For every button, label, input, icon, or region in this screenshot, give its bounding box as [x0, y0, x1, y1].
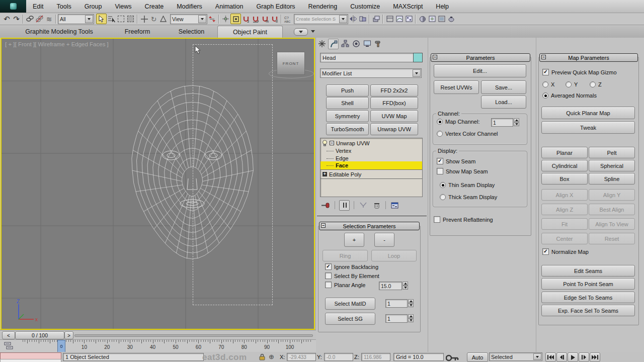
exp-face-sel-to-seams-button[interactable]: Exp. Face Sel To Seams — [541, 305, 635, 316]
select-and-scale-icon[interactable] — [158, 14, 168, 24]
dropdown-arrow-icon[interactable] — [198, 15, 206, 23]
map-parameters-header[interactable]: Map Parameters — [539, 53, 638, 62]
mirror-icon[interactable] — [348, 14, 358, 24]
tab-display-icon[interactable] — [362, 39, 372, 48]
spinner-down-icon[interactable] — [408, 303, 414, 307]
sg-spinner[interactable]: 1 — [385, 314, 414, 323]
select-and-link-icon[interactable] — [25, 14, 35, 24]
tab-freeform[interactable]: Freeform — [115, 26, 160, 38]
menu-rendering[interactable]: Rendering — [302, 0, 344, 13]
menu-modifiers[interactable]: Modifiers — [170, 0, 209, 13]
select-and-rotate-icon[interactable]: ↻ — [149, 14, 158, 24]
track-bar[interactable]: 0102030405060708090100 0 — [0, 339, 316, 353]
menu-edit[interactable]: Edit — [26, 0, 50, 13]
map-channel-spinner[interactable]: 1 — [491, 118, 519, 127]
go-to-start-button[interactable] — [545, 352, 556, 362]
application-button[interactable] — [0, 0, 26, 13]
spinner-up-icon[interactable] — [514, 118, 519, 122]
key-filter-dropdown[interactable]: Selected — [489, 352, 542, 361]
dropdown-arrow-icon[interactable] — [85, 15, 93, 23]
select-by-name-icon[interactable] — [107, 14, 116, 24]
planar-button[interactable]: Planar — [541, 147, 588, 158]
redo-icon[interactable]: ↷ — [12, 14, 21, 24]
schematic-view-icon[interactable] — [404, 14, 414, 24]
select-matid-button[interactable]: Select MatID — [325, 298, 375, 310]
menu-customize[interactable]: Customize — [344, 0, 386, 13]
save-uvws-button[interactable]: Save... — [481, 80, 526, 94]
absolute-offset-toggle-icon[interactable]: ⊕ — [269, 353, 274, 360]
cylindrical-button[interactable]: Cylindrical — [541, 160, 588, 171]
align-z-button[interactable]: Align Z — [541, 204, 588, 215]
show-map-seam-checkbox[interactable]: Show Map Seam — [437, 168, 488, 174]
next-frame-button[interactable]: > — [64, 331, 73, 339]
planar-angle-spinner[interactable]: 15.0 — [379, 282, 408, 290]
collapse-box-icon[interactable]: – — [330, 141, 334, 145]
planar-angle-checkbox[interactable]: Planar Angle — [325, 282, 365, 288]
modifier-button-push[interactable]: Push — [326, 84, 369, 97]
reset-button[interactable]: Reset — [589, 233, 635, 244]
tweak-button[interactable]: Tweak — [541, 121, 635, 134]
ring-button[interactable]: Ring — [323, 250, 368, 261]
bind-to-spacewarp-icon[interactable]: ≋ — [44, 14, 54, 24]
ignore-backfacing-checkbox[interactable]: Ignore Backfacing — [325, 263, 378, 270]
modifier-button-ffd2x2x2[interactable]: FFD 2x2x2 — [370, 84, 418, 97]
stack-item-face-selected[interactable]: Face — [320, 161, 422, 169]
maxscript-listener-white[interactable] — [0, 359, 61, 362]
maxscript-mini-listener[interactable] — [0, 352, 61, 359]
point-to-point-seam-button[interactable]: Point To Point Seam — [541, 278, 635, 290]
material-editor-icon[interactable] — [418, 14, 427, 24]
ribbon-minimize-button[interactable] — [294, 28, 308, 36]
tab-motion-icon[interactable] — [351, 39, 361, 48]
stack-item-vertex[interactable]: Vertex — [320, 147, 422, 154]
thin-seam-display-radio[interactable]: Thin Seam Display — [440, 182, 495, 188]
prevent-reflattening-checkbox[interactable]: Prevent Reflattening — [434, 216, 493, 223]
object-color-swatch[interactable] — [413, 53, 423, 62]
angle-snap-toggle-icon[interactable] — [251, 14, 260, 24]
angle-snap-icon[interactable]: 3 — [241, 14, 251, 24]
normalize-map-checkbox[interactable]: Normalize Map — [542, 248, 589, 255]
named-selection-sets-dropdown[interactable]: Create Selection S — [294, 14, 348, 24]
matid-spinner[interactable]: 1 — [385, 299, 414, 308]
next-frame-playback-button[interactable] — [579, 352, 589, 362]
spinner-up-icon[interactable] — [408, 299, 414, 303]
collapse-rollout-icon[interactable] — [433, 55, 437, 59]
select-and-move-icon[interactable] — [139, 14, 149, 24]
selection-lock-icon[interactable] — [259, 353, 266, 360]
map-channel-radio[interactable]: Map Channel: — [437, 119, 480, 125]
tab-utilities-icon[interactable] — [373, 39, 383, 48]
time-slider-thumb[interactable]: 0 / 100 — [15, 331, 64, 339]
shrink-selection-button[interactable]: - — [374, 233, 394, 247]
align-to-view-button[interactable]: Align To View — [589, 218, 635, 230]
auto-key-button[interactable]: Auto — [467, 352, 488, 362]
track-bar-ruler[interactable]: 0102030405060708090100 — [0, 340, 316, 352]
spinner-up-icon[interactable] — [408, 314, 414, 318]
menu-views[interactable]: Views — [108, 0, 138, 13]
collapse-rollout-icon[interactable] — [321, 223, 326, 228]
stack-item-edge[interactable]: Edge — [320, 154, 422, 162]
viewcube-front-face[interactable]: FRONT — [277, 52, 305, 75]
expand-box-icon[interactable]: + — [323, 172, 327, 176]
percent-snap-icon[interactable]: % — [260, 14, 270, 24]
edit-seams-button[interactable]: Edit Seams — [541, 265, 635, 277]
menu-tools[interactable]: Tools — [50, 0, 78, 13]
tab-modify-icon[interactable] — [328, 39, 339, 49]
gizmo-x-radio[interactable]: X — [542, 81, 554, 87]
tab-hierarchy-icon[interactable] — [340, 39, 350, 48]
selection-filter-dropdown[interactable]: All — [58, 14, 94, 24]
time-marker[interactable]: 0 — [57, 340, 65, 353]
select-object-button[interactable] — [96, 14, 107, 24]
rectangular-selection-region-icon[interactable] — [116, 14, 126, 24]
select-sg-button[interactable]: Select SG — [325, 313, 375, 325]
select-and-manipulate-icon[interactable] — [221, 14, 230, 24]
preview-quick-map-gizmo-checkbox[interactable]: Preview Quick Map Gizmo — [542, 69, 617, 75]
align-x-button[interactable]: Align X — [541, 189, 588, 201]
selection-parameters-header[interactable]: Selection Parameters — [319, 222, 420, 230]
object-name-field[interactable] — [320, 53, 414, 62]
dropdown-arrow-icon[interactable] — [533, 353, 541, 360]
modifier-button-ffdbox[interactable]: FFD(box) — [370, 97, 418, 109]
quick-planar-map-button[interactable]: Quick Planar Map — [541, 107, 635, 119]
tab-create-icon[interactable] — [317, 39, 327, 48]
menu-graph-editors[interactable]: Graph Editors — [250, 0, 301, 13]
lightbulb-icon[interactable] — [322, 140, 328, 146]
align-icon[interactable] — [358, 14, 367, 24]
